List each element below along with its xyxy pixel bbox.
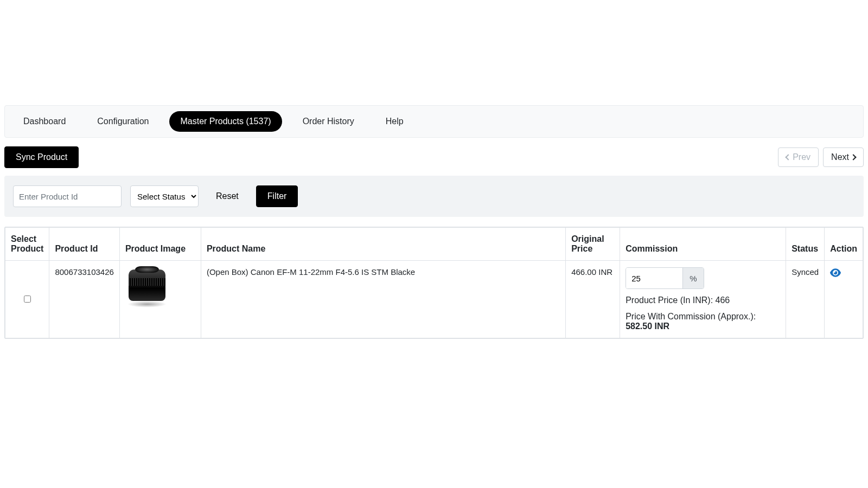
tab-master-products[interactable]: Master Products (1537) bbox=[169, 111, 282, 132]
prev-label: Prev bbox=[793, 152, 810, 162]
cell-product-image bbox=[119, 261, 201, 338]
product-price-line: Product Price (In INR): 466 bbox=[626, 296, 780, 305]
price-with-commission-line: Price With Commission (Approx.): 582.50 … bbox=[626, 312, 780, 331]
product-image bbox=[125, 267, 169, 307]
select-product-checkbox[interactable] bbox=[24, 296, 31, 303]
product-id-input[interactable] bbox=[13, 185, 122, 207]
col-header-commission: Commission bbox=[620, 228, 786, 261]
cell-original-price: 466.00 INR bbox=[566, 261, 620, 338]
next-button[interactable]: Next bbox=[823, 147, 864, 167]
col-header-select: Select Product bbox=[5, 228, 49, 261]
chevron-left-icon bbox=[786, 154, 792, 160]
cell-action bbox=[825, 261, 863, 338]
col-header-product-id: Product Id bbox=[49, 228, 119, 261]
toolbar-row: Sync Product Prev Next bbox=[4, 146, 864, 168]
col-header-original-price: Original Price bbox=[566, 228, 620, 261]
cell-commission: % Product Price (In INR): 466 Price With… bbox=[620, 261, 786, 338]
tab-help[interactable]: Help bbox=[375, 111, 414, 132]
view-icon[interactable] bbox=[830, 271, 841, 280]
tab-order-history[interactable]: Order History bbox=[292, 111, 365, 132]
percent-label: % bbox=[682, 268, 703, 288]
col-header-product-image: Product Image bbox=[119, 228, 201, 261]
col-header-action: Action bbox=[825, 228, 863, 261]
tab-dashboard[interactable]: Dashboard bbox=[12, 111, 76, 132]
products-table: Select Product Product Id Product Image … bbox=[4, 227, 864, 339]
table-header-row: Select Product Product Id Product Image … bbox=[5, 228, 863, 261]
price-with-commission-value: 582.50 INR bbox=[626, 322, 669, 331]
pager: Prev Next bbox=[778, 147, 864, 167]
commission-percent-input[interactable] bbox=[626, 268, 682, 288]
cell-status: Synced bbox=[786, 261, 825, 338]
col-header-product-name: Product Name bbox=[201, 228, 565, 261]
prev-button[interactable]: Prev bbox=[778, 147, 819, 167]
commission-input-group: % bbox=[626, 267, 704, 289]
tab-configuration[interactable]: Configuration bbox=[86, 111, 159, 132]
cell-product-name: (Open Box) Canon EF-M 11-22mm F4-5.6 IS … bbox=[201, 261, 565, 338]
cell-select bbox=[5, 261, 49, 338]
filter-bar: Select Status Reset Filter bbox=[4, 176, 864, 217]
sync-product-button[interactable]: Sync Product bbox=[4, 146, 79, 168]
filter-button[interactable]: Filter bbox=[256, 185, 298, 207]
reset-button[interactable]: Reset bbox=[207, 186, 247, 207]
next-label: Next bbox=[831, 152, 849, 162]
chevron-right-icon bbox=[850, 154, 856, 160]
nav-bar: Dashboard Configuration Master Products … bbox=[4, 105, 864, 138]
status-select[interactable]: Select Status bbox=[130, 185, 199, 207]
col-header-status: Status bbox=[786, 228, 825, 261]
table-row: 8006733103426 (Open Box) Canon EF-M 11-2… bbox=[5, 261, 863, 338]
cell-product-id: 8006733103426 bbox=[49, 261, 119, 338]
